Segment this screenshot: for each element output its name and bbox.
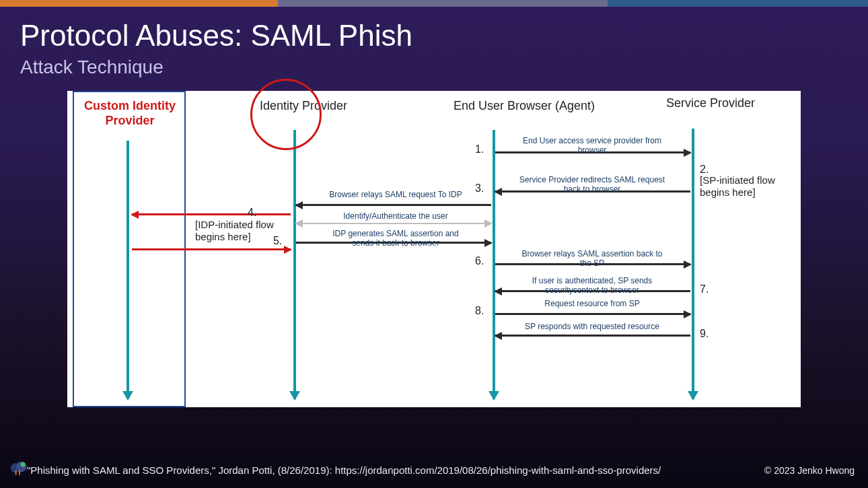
actor-sp: Service Provider: [666, 96, 755, 110]
accent-bar: [0, 0, 868, 7]
logo-icon: [9, 460, 28, 479]
step-1-number: 1.: [475, 143, 484, 155]
svg-rect-4: [19, 470, 20, 475]
note-idp-initiated: [IDP-initiated flow begins here]: [195, 219, 303, 243]
arrow-step-4: [296, 223, 491, 224]
arrow-step-8: [495, 313, 690, 315]
svg-rect-3: [15, 470, 17, 475]
msg-step-6: Browser relays SAML assertion back to th…: [518, 250, 666, 269]
footer-copyright: © 2023 Jenko Hwong: [764, 465, 855, 476]
step-7-number: 7.: [700, 283, 709, 295]
arrow-attack-from-custom-idp: [132, 248, 291, 250]
idp-highlight-circle: [250, 79, 322, 150]
msg-step-3: Browser relays SAML request To IDP: [322, 190, 470, 200]
step-8-number: 8.: [475, 305, 484, 317]
actor-custom-idp: Custom Identity Provider: [79, 99, 180, 128]
arrow-attack-to-custom-idp: [132, 213, 291, 215]
note-sp-initiated: [SP-initiated flow begins here]: [700, 174, 801, 199]
sequence-diagram: Custom Identity Provider Identity Provid…: [67, 91, 801, 407]
step-6-number: 6.: [475, 255, 484, 267]
lifeline-sp: [692, 129, 694, 399]
msg-step-5: IDP generates SAML assertion and sends i…: [322, 230, 470, 248]
msg-step-8: Request resource from SP: [518, 300, 666, 309]
actor-browser: End User Browser (Agent): [454, 99, 595, 113]
msg-step-4: Identify/Authenticate the user: [322, 212, 470, 221]
step-5-number: 5.: [273, 235, 282, 247]
svg-point-2: [21, 462, 26, 467]
slide-subtitle: Attack Technique: [20, 57, 164, 78]
lifeline-custom-idp: [126, 141, 129, 399]
step-3-number: 3.: [475, 182, 484, 195]
msg-step-2: Service Provider redirects SAML request …: [518, 176, 666, 195]
msg-step-1: End User access service provider from br…: [518, 137, 666, 155]
lifeline-idp: [293, 130, 296, 399]
footer-citation: "Phishing with SAML and SSO Providers," …: [27, 464, 661, 476]
arrow-step-9: [495, 335, 690, 337]
msg-step-9: SP responds with requested resource: [518, 322, 666, 332]
msg-step-7: If user is authenticated, SP sends secur…: [518, 277, 666, 295]
step-4-number: 4.: [248, 207, 256, 219]
slide-title: Protocol Abuses: SAML Phish: [20, 19, 412, 53]
arrow-step-3: [296, 204, 491, 206]
step-9-number: 9.: [700, 328, 709, 340]
